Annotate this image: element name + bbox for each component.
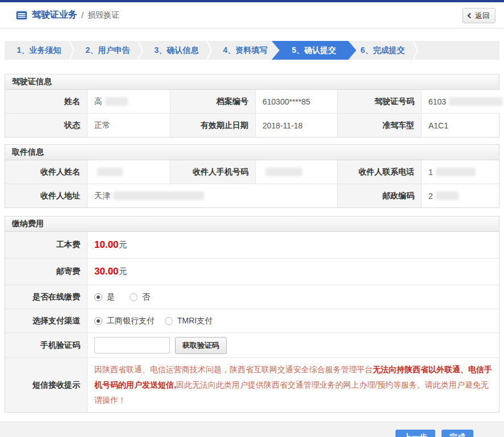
tmri-payment-option[interactable]: TMRI支付 xyxy=(165,316,213,326)
redacted-blur xyxy=(436,168,476,176)
file-number-label: 档案编号 xyxy=(170,90,255,113)
production-fee-amount: 10.00 xyxy=(94,239,119,251)
step-4-fill-data[interactable]: 4、资料填写 xyxy=(211,41,280,60)
step-label: 5、确认提交 xyxy=(292,45,336,56)
payment-section-title: 缴纳费用 xyxy=(5,217,499,232)
online-payment-options: 是 否 xyxy=(87,285,499,309)
postal-code-value: 2 xyxy=(421,184,499,207)
sms-code-label: 手机验证码 xyxy=(5,333,87,357)
recipient-name-value xyxy=(87,160,170,184)
production-fee-row: 工本费 10.00元 xyxy=(5,232,499,258)
postage-fee-row: 邮寄费 30.00元 xyxy=(5,258,499,285)
icbc-payment-option[interactable]: 工商银行支付 xyxy=(94,316,155,326)
step-progress-bar: 1、业务须知 2、用户申告 3、确认信息 4、资料填写 5、确认提交 6、完成提… xyxy=(5,41,499,60)
step-label: 3、确认信息 xyxy=(155,45,199,56)
sms-code-field-area: 获取验证码 xyxy=(87,333,499,357)
online-payment-yes-option[interactable]: 是 xyxy=(94,292,115,302)
sms-notice-label: 短信接收提示 xyxy=(5,358,87,412)
vehicle-class-label: 准驾车型 xyxy=(337,114,421,137)
name-label: 姓名 xyxy=(5,90,87,113)
back-button[interactable]: 返回 xyxy=(463,8,495,23)
step-label: 2、用户申告 xyxy=(86,45,130,56)
postage-fee-value: 30.00元 xyxy=(87,259,499,285)
redacted-blur xyxy=(265,168,302,176)
sms-code-row: 手机验证码 获取验证码 xyxy=(5,332,499,357)
license-number-value: 6103 xyxy=(421,90,503,113)
table-row: 收件人姓名 收件人手机号码 收件人联系电话 1 xyxy=(5,160,499,184)
postal-code-label: 邮政编码 xyxy=(337,184,421,207)
postage-fee-amount: 30.00 xyxy=(94,266,119,277)
notice-text-normal: 因陕西省联通、电信运营商技术问题，陕西省互联网交通安全综合服务管理平台 xyxy=(94,365,373,374)
license-number-label: 驾驶证号码 xyxy=(337,90,421,113)
online-payment-label: 是否在线缴费 xyxy=(5,285,87,309)
recipient-mobile-label: 收件人手机号码 xyxy=(170,160,255,184)
redacted-blur xyxy=(97,168,123,176)
payment-channel-label: 选择支付渠道 xyxy=(5,309,87,332)
page: 驾驶证业务 / 损毁换证 返回 1、业务须知 2、用户申告 3、确认信息 4、资… xyxy=(0,0,504,437)
step-label: 4、资料填写 xyxy=(223,45,268,56)
radio-label: 工商银行支付 xyxy=(107,316,155,326)
redacted-blur xyxy=(105,97,128,106)
recipient-mobile-value xyxy=(255,160,337,184)
file-number-value: 610300****85 xyxy=(255,90,337,113)
footer-action-bar: 上一步 完成 xyxy=(0,422,504,437)
pickup-info-section: 取件信息 收件人姓名 收件人手机号码 收件人联系电话 1 收件人地址 天津 邮政… xyxy=(5,144,499,208)
online-payment-no-option[interactable]: 否 xyxy=(130,292,150,302)
valid-until-value: 2018-11-18 xyxy=(255,114,337,137)
radio-label: TMRI支付 xyxy=(177,316,213,326)
page-title: 驾驶证业务 xyxy=(32,9,77,21)
recipient-phone-label: 收件人联系电话 xyxy=(337,160,421,184)
redacted-blur xyxy=(113,192,204,200)
finish-button[interactable]: 完成 xyxy=(441,430,473,437)
get-sms-code-button[interactable]: 获取验证码 xyxy=(175,337,227,354)
step-3-confirm-info[interactable]: 3、确认信息 xyxy=(142,41,211,60)
radio-label: 否 xyxy=(142,292,150,302)
sms-code-input[interactable] xyxy=(94,337,170,353)
recipient-name-label: 收件人姓名 xyxy=(5,160,87,184)
currency-unit: 元 xyxy=(119,267,127,277)
payment-channel-row: 选择支付渠道 工商银行支付 TMRI支付 xyxy=(5,309,499,332)
step-2-user-declaration[interactable]: 2、用户申告 xyxy=(73,41,142,60)
vehicle-class-value: A1C1 xyxy=(421,114,499,137)
table-row: 收件人地址 天津 邮政编码 2 xyxy=(5,184,499,207)
step-label: 1、业务须知 xyxy=(17,45,61,56)
recipient-phone-value: 1 xyxy=(421,160,499,184)
redacted-blur xyxy=(449,97,503,106)
online-payment-row: 是否在线缴费 是 否 xyxy=(5,285,499,309)
license-info-section: 驾驶证信息 姓名 高 档案编号 610300****85 驾驶证号码 6103 … xyxy=(5,74,499,138)
radio-label: 是 xyxy=(107,292,115,302)
step-label: 6、完成提交 xyxy=(361,45,405,56)
step-6-finish-submit[interactable]: 6、完成提交 xyxy=(348,41,417,60)
page-header: 驾驶证业务 / 损毁换证 返回 xyxy=(0,2,504,28)
table-row: 状态 正常 有效期止日期 2018-11-18 准驾车型 A1C1 xyxy=(5,113,499,137)
breadcrumb-current: 损毁换证 xyxy=(88,10,119,20)
postage-fee-label: 邮寄费 xyxy=(5,259,87,285)
sms-notice-text: 因陕西省联通、电信运营商技术问题，陕西省互联网交通安全综合服务管理平台无法向持陕… xyxy=(87,358,499,412)
recipient-address-value: 天津 xyxy=(87,184,337,207)
recipient-address-label: 收件人地址 xyxy=(5,184,87,207)
table-row: 姓名 高 档案编号 610300****85 驾驶证号码 6103 xyxy=(5,90,499,113)
step-5-confirm-submit-active[interactable]: 5、确认提交 xyxy=(272,41,356,60)
valid-until-label: 有效期止日期 xyxy=(170,114,255,137)
status-value: 正常 xyxy=(87,114,170,137)
radio-selected-icon[interactable] xyxy=(94,317,102,325)
pickup-info-section-title: 取件信息 xyxy=(5,145,499,160)
currency-unit: 元 xyxy=(119,240,127,250)
payment-channel-options: 工商银行支付 TMRI支付 xyxy=(87,309,499,332)
license-list-icon xyxy=(16,11,27,20)
redacted-blur xyxy=(436,192,459,200)
back-button-label: 返回 xyxy=(475,11,490,21)
breadcrumb-separator: / xyxy=(81,10,84,20)
radio-selected-icon[interactable] xyxy=(94,293,102,301)
name-value: 高 xyxy=(87,90,170,113)
previous-step-button[interactable]: 上一步 xyxy=(395,430,435,437)
back-chevron-icon xyxy=(468,13,473,19)
radio-unselected-icon[interactable] xyxy=(165,317,173,325)
status-label: 状态 xyxy=(5,114,87,137)
radio-unselected-icon[interactable] xyxy=(130,293,138,301)
step-bar-filler xyxy=(417,41,499,60)
production-fee-label: 工本费 xyxy=(5,232,87,258)
step-1-business-notice[interactable]: 1、业务须知 xyxy=(5,41,73,60)
production-fee-value: 10.00元 xyxy=(87,232,499,258)
sms-notice-row: 短信接收提示 因陕西省联通、电信运营商技术问题，陕西省互联网交通安全综合服务管理… xyxy=(5,357,499,412)
